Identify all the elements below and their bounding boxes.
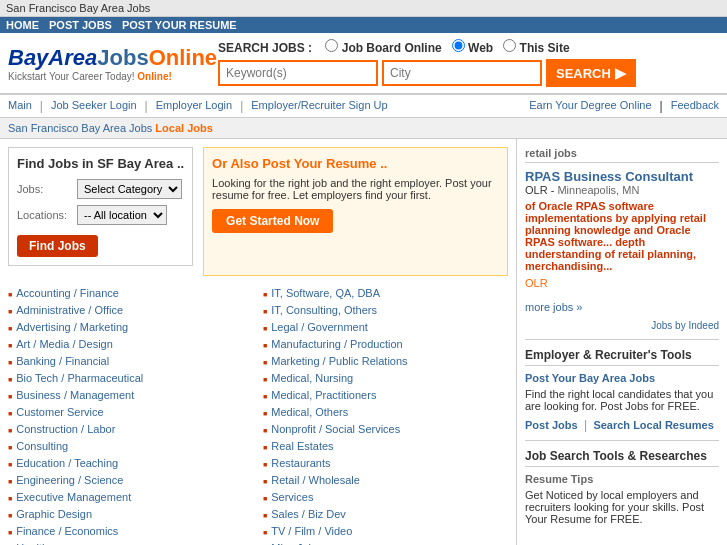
search-icon: ▶ bbox=[615, 65, 626, 81]
list-item: Nonprofit / Social Services bbox=[263, 422, 508, 436]
category-link[interactable]: Business / Management bbox=[16, 389, 134, 401]
category-link[interactable]: Consulting bbox=[16, 440, 68, 452]
category-link[interactable]: Accounting / Finance bbox=[16, 287, 119, 299]
job-title: RPAS Business Consultant bbox=[525, 169, 719, 184]
category-link[interactable]: Executive Management bbox=[16, 491, 131, 503]
post-jobs-link[interactable]: Post Jobs bbox=[525, 419, 578, 431]
list-item: Medical, Nursing bbox=[263, 371, 508, 385]
employer-tools-desc: Find the right local candidates that you… bbox=[525, 388, 719, 412]
nav-post-resume[interactable]: POST YOUR RESUME bbox=[122, 19, 237, 31]
category-link[interactable]: Nonprofit / Social Services bbox=[271, 423, 400, 435]
list-item: Real Estates bbox=[263, 439, 508, 453]
more-jobs: more jobs » bbox=[525, 300, 719, 314]
search-inputs: SEARCH ▶ bbox=[218, 59, 719, 87]
category-link[interactable]: Manufacturing / Production bbox=[271, 338, 402, 350]
job-search-tools: Job Search Tools & Researches Resume Tip… bbox=[525, 440, 719, 525]
nav-post-jobs[interactable]: POST JOBS bbox=[49, 19, 112, 31]
nav-job-seeker-login[interactable]: Job Seeker Login bbox=[51, 99, 137, 113]
category-link[interactable]: Art / Media / Design bbox=[16, 338, 113, 350]
category-link[interactable]: Medical, Nursing bbox=[271, 372, 353, 384]
list-item: Education / Teaching bbox=[8, 456, 253, 470]
category-link[interactable]: Medical, Practitioners bbox=[271, 389, 376, 401]
nav-employer-signup[interactable]: Employer/Recruiter Sign Up bbox=[251, 99, 387, 113]
employer-tools: Employer & Recruiter's Tools Post Your B… bbox=[525, 339, 719, 432]
jobs-label: Jobs: bbox=[17, 183, 77, 195]
list-item: Marketing / Public Relations bbox=[263, 354, 508, 368]
right-panel: retail jobs RPAS Business Consultant OLR… bbox=[517, 139, 727, 545]
category-link[interactable]: Administrative / Office bbox=[16, 304, 123, 316]
job-categories: Accounting / FinanceAdministrative / Off… bbox=[8, 286, 508, 545]
breadcrumb-current: Local Jobs bbox=[155, 122, 212, 134]
category-link[interactable]: Customer Service bbox=[16, 406, 103, 418]
nav-earn-degree[interactable]: Earn Your Degree Online bbox=[529, 99, 651, 113]
category-link[interactable]: Graphic Design bbox=[16, 508, 92, 520]
nav-home[interactable]: HOME bbox=[6, 19, 39, 31]
search-option-thissite[interactable]: This Site bbox=[503, 41, 569, 55]
search-radio-web[interactable] bbox=[452, 39, 465, 52]
find-jobs-box: Find Jobs in SF Bay Area .. Jobs: Select… bbox=[8, 147, 193, 266]
category-link[interactable]: TV / Film / Video bbox=[271, 525, 352, 537]
post-bay-area-jobs-title: Post Your Bay Area Jobs bbox=[525, 372, 719, 384]
category-link[interactable]: Advertising / Marketing bbox=[16, 321, 128, 333]
category-link[interactable]: Restaurants bbox=[271, 457, 330, 469]
search-option-web[interactable]: Web bbox=[452, 41, 493, 55]
search-radio-thissite[interactable] bbox=[503, 39, 516, 52]
job-company-link[interactable]: OLR bbox=[525, 277, 548, 289]
category-link[interactable]: Education / Teaching bbox=[16, 457, 118, 469]
more-jobs-link[interactable]: more jobs » bbox=[525, 301, 582, 313]
jobs-category-select[interactable]: Select Category bbox=[77, 179, 182, 199]
nav-employer-login[interactable]: Employer Login bbox=[156, 99, 232, 113]
location-select[interactable]: -- All location bbox=[77, 205, 167, 225]
search-button[interactable]: SEARCH ▶ bbox=[546, 59, 636, 87]
list-item: Engineering / Science bbox=[8, 473, 253, 487]
category-link[interactable]: Services bbox=[271, 491, 313, 503]
search-option-jobboard[interactable]: Job Board Online bbox=[325, 41, 441, 55]
list-item: Art / Media / Design bbox=[8, 337, 253, 351]
category-link[interactable]: IT, Software, QA, DBA bbox=[271, 287, 380, 299]
category-link[interactable]: Engineering / Science bbox=[16, 474, 123, 486]
job-title-link[interactable]: RPAS Business Consultant bbox=[525, 169, 693, 184]
job-listing: RPAS Business Consultant OLR - Minneapol… bbox=[525, 169, 719, 290]
category-link[interactable]: Medical, Others bbox=[271, 406, 348, 418]
find-jobs-button[interactable]: Find Jobs bbox=[17, 235, 98, 257]
sec-nav-left: Main | Job Seeker Login | Employer Login… bbox=[8, 99, 388, 113]
powered-by: Jobs by Indeed bbox=[525, 320, 719, 331]
list-item: Legal / Government bbox=[263, 320, 508, 334]
list-item: Bio Tech / Pharmaceutical bbox=[8, 371, 253, 385]
search-label: SEARCH JOBS : Job Board Online Web This … bbox=[218, 39, 719, 55]
job-description: of Oracle RPAS software implementations … bbox=[525, 200, 719, 272]
nav-main[interactable]: Main bbox=[8, 99, 32, 113]
list-item: Sales / Biz Dev bbox=[263, 507, 508, 521]
category-link[interactable]: Real Estates bbox=[271, 440, 333, 452]
list-item: Healthcare bbox=[8, 541, 253, 545]
category-link[interactable]: IT, Consulting, Others bbox=[271, 304, 377, 316]
category-link[interactable]: Finance / Economics bbox=[16, 525, 118, 537]
category-link[interactable]: Bio Tech / Pharmaceutical bbox=[16, 372, 143, 384]
list-item: Construction / Labor bbox=[8, 422, 253, 436]
keyword-input[interactable] bbox=[218, 60, 378, 86]
nav-feedback[interactable]: Feedback bbox=[671, 99, 719, 113]
category-link[interactable]: Construction / Labor bbox=[16, 423, 115, 435]
list-item: Retail / Wholesale bbox=[263, 473, 508, 487]
indeed-link[interactable]: Jobs by Indeed bbox=[651, 320, 719, 331]
list-item: Misc Jobs bbox=[263, 541, 508, 545]
list-item: Advertising / Marketing bbox=[8, 320, 253, 334]
search-area: SEARCH JOBS : Job Board Online Web This … bbox=[208, 39, 719, 87]
window-title: San Francisco Bay Area Jobs bbox=[0, 0, 727, 17]
categories-left: Accounting / FinanceAdministrative / Off… bbox=[8, 286, 253, 545]
list-item: Graphic Design bbox=[8, 507, 253, 521]
category-link[interactable]: Sales / Biz Dev bbox=[271, 508, 346, 520]
list-item: TV / Film / Video bbox=[263, 524, 508, 538]
category-link[interactable]: Banking / Financial bbox=[16, 355, 109, 367]
logo-area: BayAreaJobsOnline Kickstart Your Career … bbox=[8, 45, 208, 82]
category-link[interactable]: Marketing / Public Relations bbox=[271, 355, 407, 367]
category-link[interactable]: Retail / Wholesale bbox=[271, 474, 360, 486]
city-input[interactable] bbox=[382, 60, 542, 86]
breadcrumb-parent[interactable]: San Francisco Bay Area Jobs bbox=[8, 122, 152, 134]
search-local-resumes-link[interactable]: Search Local Resumes bbox=[593, 419, 713, 431]
logo-online: Online bbox=[149, 45, 217, 70]
get-started-button[interactable]: Get Started Now bbox=[212, 209, 333, 233]
right-section-label: retail jobs bbox=[525, 147, 719, 163]
category-link[interactable]: Legal / Government bbox=[271, 321, 368, 333]
search-radio-jobboard[interactable] bbox=[325, 39, 338, 52]
